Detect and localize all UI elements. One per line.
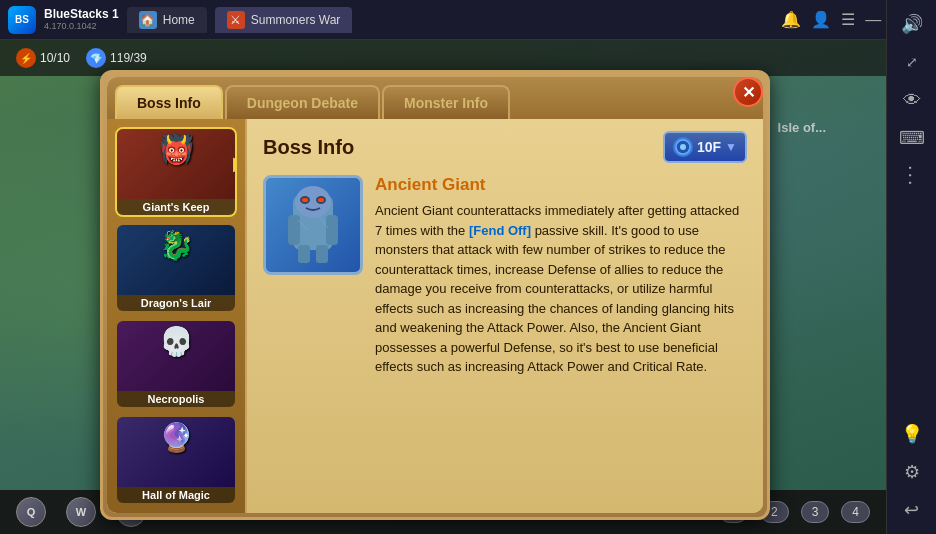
selected-arrow-icon: ▶ xyxy=(233,153,237,175)
fullscreen-icon[interactable]: ⤢ xyxy=(896,46,928,78)
menu-icon[interactable]: ☰ xyxy=(841,10,855,29)
game-tab-icon: ⚔ xyxy=(227,11,245,29)
svg-point-1 xyxy=(680,144,686,150)
tab-monster-info[interactable]: Monster Info xyxy=(382,85,510,119)
boss-card: Ancient Giant Ancient Giant counterattac… xyxy=(263,175,747,377)
floor-label: 10F xyxy=(697,139,721,155)
tab-dungeon-debate[interactable]: Dungeon Debate xyxy=(225,85,380,119)
settings-icon[interactable]: ⚙ xyxy=(896,456,928,488)
light-icon[interactable]: 💡 xyxy=(896,418,928,450)
modal-inner: Boss Info Dungeon Debate Monster Info 👹 xyxy=(107,77,763,513)
boss-description: Ancient Giant counterattacks immediately… xyxy=(375,201,747,377)
close-button[interactable]: ✕ xyxy=(733,77,763,107)
btn-w[interactable]: W xyxy=(66,497,96,527)
home-tab-icon: 🏠 xyxy=(139,11,157,29)
floor-selector[interactable]: 10F ▼ xyxy=(663,131,747,163)
modal-tab-row: Boss Info Dungeon Debate Monster Info xyxy=(107,77,763,119)
game-tab[interactable]: ⚔ Summoners War xyxy=(215,7,353,33)
svg-point-10 xyxy=(302,198,308,202)
boss-description-area: Ancient Giant Ancient Giant counterattac… xyxy=(375,175,747,377)
game-area: ⚡ 10/10 💎 119/39 Isle of... ▲ Cairos Dun… xyxy=(0,40,886,534)
right-sidebar: 🔊 ⤢ 👁 ⌨ ··· 💡 ⚙ ↩ xyxy=(886,0,936,534)
bs-app-name: BlueStacks 1 4.170.0.1042 xyxy=(44,7,119,32)
svg-rect-5 xyxy=(298,245,310,263)
tab-boss-info[interactable]: Boss Info xyxy=(115,85,223,119)
crystal-resource: 💎 119/39 xyxy=(86,48,147,68)
minimize-icon[interactable]: — xyxy=(865,11,881,29)
svg-point-7 xyxy=(295,186,331,218)
home-tab-label: Home xyxy=(163,13,195,27)
fend-off-highlight: [Fend Off] xyxy=(469,223,531,238)
necropolis-label: Necropolis xyxy=(117,391,235,407)
svg-point-11 xyxy=(318,198,324,202)
more-icon[interactable]: ··· xyxy=(896,160,928,192)
crystal-icon: 💎 xyxy=(86,48,106,68)
giants-keep-thumb: 👹 ▶ xyxy=(117,129,235,199)
bell-icon[interactable]: 🔔 xyxy=(781,10,801,29)
dragons-lair-monster-icon: 🐉 xyxy=(159,229,194,262)
hall-thumb: 🔮 xyxy=(117,417,235,487)
desc-part-2: passive skill. It's good to use monsters… xyxy=(375,223,734,375)
energy-resource: ⚡ 10/10 xyxy=(16,48,70,68)
necropolis-monster-icon: 💀 xyxy=(159,325,194,358)
btn-3[interactable]: 3 xyxy=(801,501,830,523)
svg-rect-4 xyxy=(326,215,338,245)
volume-icon[interactable]: 🔊 xyxy=(896,8,928,40)
back-arrow-icon[interactable]: ↩ xyxy=(896,494,928,526)
dungeon-giants-keep[interactable]: 👹 ▶ Giant's Keep xyxy=(115,127,237,217)
hall-label: Hall of Magic xyxy=(117,487,235,503)
hall-monster-icon: 🔮 xyxy=(159,421,194,454)
btn-q[interactable]: Q xyxy=(16,497,46,527)
svg-rect-6 xyxy=(316,245,328,263)
content-area: Boss Info 10F ▼ xyxy=(247,119,763,513)
energy-icon: ⚡ xyxy=(16,48,36,68)
giants-keep-monster-icon: 👹 xyxy=(159,133,194,166)
dragons-lair-label: Dragon's Lair xyxy=(117,295,235,311)
dragons-lair-thumb: 🐉 xyxy=(117,225,235,295)
dungeon-necropolis[interactable]: 💀 Necropolis xyxy=(115,319,237,409)
boss-image xyxy=(263,175,363,275)
home-tab[interactable]: 🏠 Home xyxy=(127,7,207,33)
dungeon-list: 👹 ▶ Giant's Keep 🐉 Dragon's Lair xyxy=(107,119,247,513)
floor-dropdown-icon: ▼ xyxy=(725,140,737,154)
bs-logo: BS xyxy=(8,6,36,34)
boss-info-title: Boss Info xyxy=(263,136,354,159)
necropolis-thumb: 💀 xyxy=(117,321,235,391)
modal-body: 👹 ▶ Giant's Keep 🐉 Dragon's Lair xyxy=(107,119,763,513)
game-tab-label: Summoners War xyxy=(251,13,341,27)
boss-info-modal: ✕ Boss Info Dungeon Debate Monster Info xyxy=(100,70,770,520)
floor-icon xyxy=(673,137,693,157)
bluestacks-topbar: BS BlueStacks 1 4.170.0.1042 🏠 Home ⚔ Su… xyxy=(0,0,936,40)
eye-icon[interactable]: 👁 xyxy=(896,84,928,116)
keyboard-icon[interactable]: ⌨ xyxy=(896,122,928,154)
boss-name: Ancient Giant xyxy=(375,175,747,195)
user-icon[interactable]: 👤 xyxy=(811,10,831,29)
boss-info-header: Boss Info 10F ▼ xyxy=(263,131,747,163)
dungeon-hall-of-magic[interactable]: 🔮 Hall of Magic xyxy=(115,415,237,505)
giants-keep-label: Giant's Keep xyxy=(117,199,235,215)
isle-text: Isle of... xyxy=(778,120,826,135)
svg-rect-3 xyxy=(288,215,300,245)
dungeon-dragons-lair[interactable]: 🐉 Dragon's Lair xyxy=(115,223,237,313)
btn-4[interactable]: 4 xyxy=(841,501,870,523)
